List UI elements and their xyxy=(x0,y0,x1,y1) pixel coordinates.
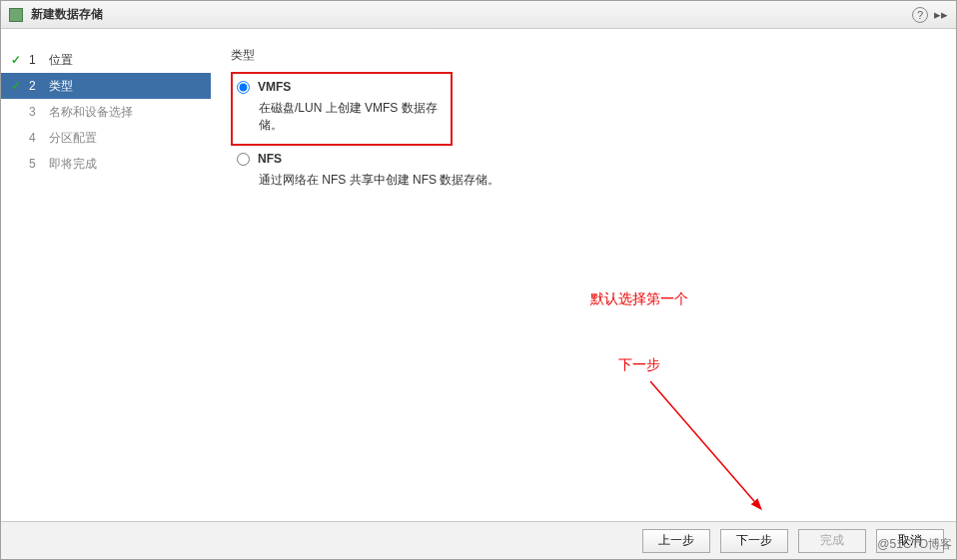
radio-nfs[interactable] xyxy=(237,153,250,166)
step-ready: 5 即将完成 xyxy=(1,151,211,177)
option-nfs-desc: 通过网络在 NFS 共享中创建 NFS 数据存储。 xyxy=(259,172,540,189)
section-heading: 类型 xyxy=(231,47,936,64)
step-type[interactable]: ✓ 2 类型 xyxy=(1,73,211,99)
next-button[interactable]: 下一步 xyxy=(720,529,788,553)
svg-line-0 xyxy=(650,381,760,508)
option-vmfs-desc: 在磁盘/LUN 上创建 VMFS 数据存储。 xyxy=(259,100,441,134)
annotation-default-select: 默认选择第一个 xyxy=(590,290,688,308)
window-title: 新建数据存储 xyxy=(31,6,103,23)
annotation-next: 下一步 xyxy=(618,356,660,374)
cancel-button[interactable]: 取消 xyxy=(876,529,944,553)
finish-button: 完成 xyxy=(798,529,866,553)
help-icon[interactable]: ? xyxy=(912,7,928,23)
check-icon: ✓ xyxy=(11,79,25,93)
back-button[interactable]: 上一步 xyxy=(642,529,710,553)
step-partition: 4 分区配置 xyxy=(1,125,211,151)
wizard-body: ✓ 1 位置 ✓ 2 类型 3 名称和设备选择 4 分区配置 5 xyxy=(1,29,956,521)
radio-vmfs[interactable] xyxy=(237,81,250,94)
datastore-icon xyxy=(9,8,23,22)
option-vmfs-highlight-box: VMFS 在磁盘/LUN 上创建 VMFS 数据存储。 xyxy=(231,72,453,146)
option-nfs-container: NFS 通过网络在 NFS 共享中创建 NFS 数据存储。 xyxy=(231,150,550,199)
titlebar: 新建数据存储 ? ▸▸ xyxy=(1,1,956,29)
option-nfs[interactable]: NFS xyxy=(237,152,540,166)
annotation-arrow-icon xyxy=(610,363,780,523)
option-vmfs[interactable]: VMFS xyxy=(237,80,441,94)
wizard-steps-sidebar: ✓ 1 位置 ✓ 2 类型 3 名称和设备选择 4 分区配置 5 xyxy=(1,29,211,521)
check-icon: ✓ xyxy=(11,53,25,67)
step-name-device: 3 名称和设备选择 xyxy=(1,99,211,125)
step-location[interactable]: ✓ 1 位置 xyxy=(1,47,211,73)
wizard-footer: 上一步 下一步 完成 取消 xyxy=(1,521,956,559)
wizard-window: 新建数据存储 ? ▸▸ ✓ 1 位置 ✓ 2 类型 3 名称和设备选择 xyxy=(0,0,957,560)
expand-icon[interactable]: ▸▸ xyxy=(934,7,948,22)
main-panel: 类型 VMFS 在磁盘/LUN 上创建 VMFS 数据存储。 NFS 通过网络在… xyxy=(211,29,956,521)
